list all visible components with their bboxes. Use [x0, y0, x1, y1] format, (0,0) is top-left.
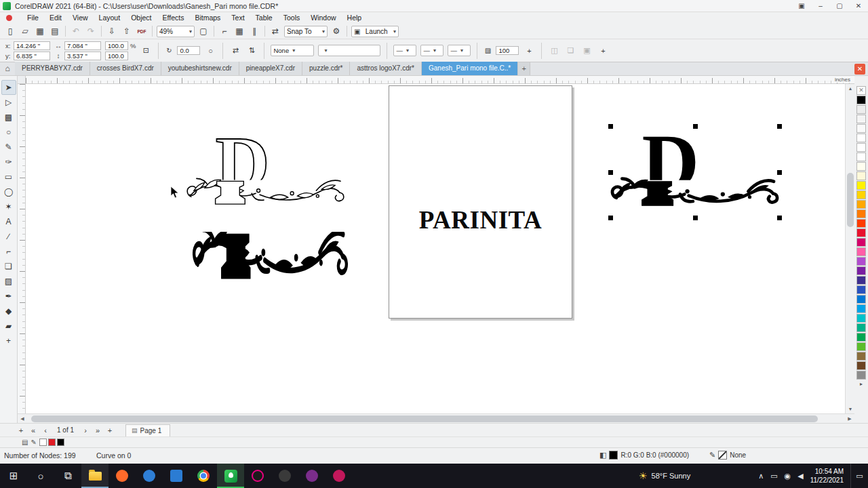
- color-swatch[interactable]: [856, 115, 866, 123]
- color-swatch[interactable]: [856, 238, 866, 247]
- full-screen-preview-button[interactable]: ▢: [196, 24, 211, 38]
- coreldraw-button[interactable]: [217, 464, 244, 488]
- color-swatch[interactable]: [856, 276, 866, 285]
- undo-button[interactable]: ↶: [68, 24, 83, 38]
- smart-fill-tool[interactable]: ▰: [1, 319, 16, 333]
- scale-x-field[interactable]: 100.0: [105, 41, 128, 50]
- capture-icon[interactable]: ▣: [792, 0, 811, 12]
- snap-to-select[interactable]: Snap To▾: [284, 26, 328, 37]
- color-swatch[interactable]: [856, 285, 866, 294]
- document-tab[interactable]: pineappleX7.cdr: [239, 62, 302, 75]
- volume-icon[interactable]: ◀: [797, 472, 803, 481]
- object-height-field[interactable]: 3.537 ": [64, 52, 101, 60]
- menu-edit[interactable]: Edit: [44, 12, 67, 24]
- document-color-swatch[interactable]: [39, 439, 47, 446]
- corel-font-manager-button[interactable]: [298, 464, 326, 488]
- color-swatch[interactable]: [856, 152, 866, 161]
- filled-monogram-graphic[interactable]: D: [609, 123, 780, 217]
- outline-monogram-graphic[interactable]: D: [184, 126, 346, 215]
- scroll-right-icon[interactable]: ▶: [845, 414, 854, 424]
- color-swatch[interactable]: [856, 314, 866, 323]
- menu-tools[interactable]: Tools: [278, 12, 306, 24]
- horizontal-ruler[interactable]: inches: [26, 76, 854, 84]
- document-tab[interactable]: crosses BirdX7.cdr: [90, 62, 161, 75]
- zoom-tool[interactable]: ○: [1, 125, 16, 140]
- color-swatch[interactable]: [856, 134, 866, 142]
- horizontal-scroll-thumb[interactable]: [31, 415, 818, 422]
- add-preset-button[interactable]: +: [597, 45, 609, 57]
- color-swatch[interactable]: [856, 105, 866, 114]
- maximize-button[interactable]: ▢: [830, 0, 849, 12]
- welcome-sync-button[interactable]: ⇄: [268, 24, 283, 38]
- pick-tool[interactable]: ➤: [1, 80, 16, 95]
- color-swatch[interactable]: [856, 361, 866, 370]
- document-color-swatch[interactable]: [48, 439, 56, 446]
- next-page-button[interactable]: ›: [79, 424, 92, 436]
- publish-pdf-button[interactable]: PDF: [134, 24, 149, 38]
- wrap-text-button[interactable]: ◫: [548, 45, 560, 57]
- no-color-swatch[interactable]: ✕: [856, 86, 866, 95]
- previous-page-button[interactable]: ‹: [39, 424, 52, 436]
- shape-tool[interactable]: ▷: [1, 95, 16, 110]
- line-style-select[interactable]: ▾: [318, 45, 380, 56]
- search-button[interactable]: ○: [27, 464, 54, 488]
- color-swatch[interactable]: [856, 190, 866, 199]
- network-icon[interactable]: ◉: [785, 472, 791, 481]
- first-page-button[interactable]: «: [27, 424, 39, 436]
- document-tab[interactable]: puzzle.cdr*: [302, 62, 350, 75]
- new-document-button[interactable]: ▯: [3, 24, 18, 38]
- vertical-ruler[interactable]: [18, 84, 26, 413]
- freehand-tool[interactable]: ✎: [1, 140, 16, 155]
- page-name-text[interactable]: PARINITA: [389, 205, 572, 235]
- connector-tool[interactable]: ⌐: [1, 244, 16, 259]
- scroll-left-icon[interactable]: ◀: [18, 414, 27, 424]
- vertical-scroll-thumb[interactable]: [847, 173, 854, 227]
- eyedropper-icon[interactable]: ✎: [31, 439, 36, 446]
- color-swatch[interactable]: [856, 333, 866, 342]
- color-swatch[interactable]: [856, 352, 866, 361]
- menu-view[interactable]: View: [67, 12, 94, 24]
- filled-flourish-piece-graphic[interactable]: D: [193, 232, 349, 286]
- import-button[interactable]: ⇩: [104, 24, 119, 38]
- page-tab[interactable]: ▤ Page 1: [125, 424, 170, 436]
- document-color-swatch[interactable]: [57, 439, 64, 446]
- color-swatch[interactable]: [856, 304, 866, 313]
- show-rulers-button[interactable]: ⌐: [217, 24, 232, 38]
- scroll-up-icon[interactable]: ▲: [846, 84, 855, 93]
- color-swatch[interactable]: [856, 266, 866, 275]
- object-width-field[interactable]: 7.084 ": [64, 41, 101, 50]
- new-document-tab-button[interactable]: +: [518, 62, 530, 75]
- document-tab[interactable]: Ganesh_Pari mono file.C..*: [422, 62, 518, 75]
- lock-ratio-button[interactable]: ⊡: [140, 45, 152, 57]
- x-position-field[interactable]: 14.246 ": [14, 41, 50, 50]
- edge-button[interactable]: [136, 464, 163, 488]
- hidden-icons-caret[interactable]: ∧: [758, 472, 764, 481]
- action-center-icon[interactable]: ▭: [850, 464, 868, 488]
- photos-button[interactable]: [326, 464, 353, 488]
- document-tab[interactable]: asttros logoX7.cdr*: [350, 62, 422, 75]
- minimize-button[interactable]: –: [811, 0, 830, 12]
- increase-button[interactable]: +: [523, 45, 535, 57]
- clock[interactable]: 10:54 AM 11/22/2021: [810, 467, 844, 485]
- show-guidelines-button[interactable]: ∥: [247, 24, 262, 38]
- color-swatch[interactable]: [856, 371, 866, 380]
- battery-icon[interactable]: ▭: [770, 472, 777, 481]
- palette-more-icon[interactable]: ▸: [856, 381, 866, 387]
- color-swatch[interactable]: [856, 162, 866, 171]
- text-tool[interactable]: A: [1, 214, 16, 229]
- chrome-button[interactable]: [190, 464, 217, 488]
- store-button[interactable]: [163, 464, 190, 488]
- fountain-fill-button[interactable]: ❏: [564, 45, 576, 57]
- save-button[interactable]: ▦: [33, 24, 47, 38]
- line-pattern-select[interactable]: —▾: [420, 45, 443, 56]
- color-swatch[interactable]: [856, 124, 866, 133]
- drop-shadow-tool[interactable]: ❏: [1, 259, 16, 274]
- more-tools-tool[interactable]: +: [1, 333, 16, 348]
- weather-widget[interactable]: ☀ 58°F Sunny: [639, 470, 690, 481]
- ellipse-mode-icon[interactable]: ○: [204, 45, 216, 57]
- scroll-down-icon[interactable]: ▼: [846, 405, 855, 413]
- crop-tool[interactable]: ▩: [1, 110, 16, 125]
- menu-table[interactable]: Table: [250, 12, 278, 24]
- outline-color-swatch[interactable]: [718, 451, 727, 460]
- mirror-vertical-button[interactable]: ⇅: [245, 45, 258, 57]
